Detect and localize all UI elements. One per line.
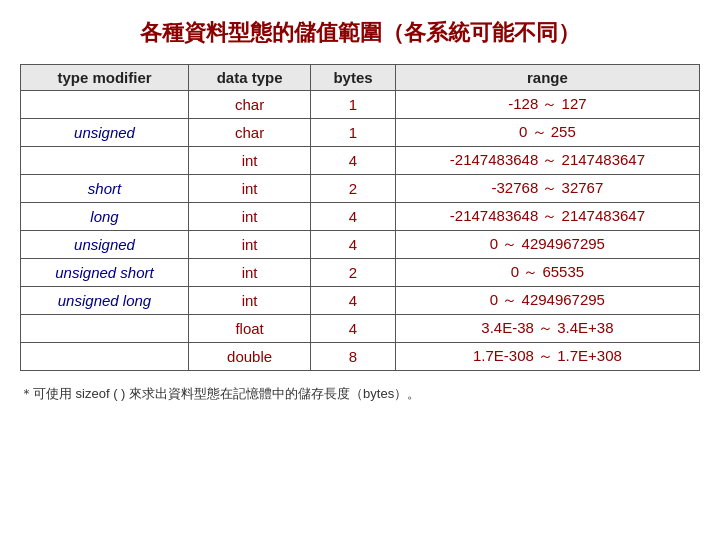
table-row: shortint2-32768 ～ 32767 [21, 175, 700, 203]
footer-note: ＊可使用 sizeof ( ) 來求出資料型態在記憶體中的儲存長度（bytes）… [20, 385, 700, 403]
cell-bytes: 4 [311, 231, 396, 259]
cell-datatype: float [188, 315, 310, 343]
cell-modifier: unsigned short [21, 259, 189, 287]
cell-datatype: int [188, 175, 310, 203]
cell-modifier: short [21, 175, 189, 203]
cell-datatype: char [188, 119, 310, 147]
cell-range: 0 ～ 4294967295 [395, 231, 699, 259]
cell-bytes: 2 [311, 175, 396, 203]
cell-range: -2147483648 ～ 2147483647 [395, 203, 699, 231]
table-row: unsignedint40 ～ 4294967295 [21, 231, 700, 259]
cell-bytes: 8 [311, 343, 396, 371]
cell-range: 0 ～ 255 [395, 119, 699, 147]
col-header-modifier: type modifier [21, 65, 189, 91]
table-row: double81.7E-308 ～ 1.7E+308 [21, 343, 700, 371]
col-header-datatype: data type [188, 65, 310, 91]
data-table: type modifier data type bytes range char… [20, 64, 700, 371]
cell-modifier: long [21, 203, 189, 231]
table-header-row: type modifier data type bytes range [21, 65, 700, 91]
cell-bytes: 2 [311, 259, 396, 287]
table-row: unsigned shortint20 ～ 65535 [21, 259, 700, 287]
col-header-range: range [395, 65, 699, 91]
cell-modifier: unsigned long [21, 287, 189, 315]
table-row: unsigned longint40 ～ 4294967295 [21, 287, 700, 315]
cell-bytes: 1 [311, 119, 396, 147]
cell-modifier [21, 343, 189, 371]
col-header-bytes: bytes [311, 65, 396, 91]
table-row: longint4-2147483648 ～ 2147483647 [21, 203, 700, 231]
cell-datatype: int [188, 287, 310, 315]
cell-range: 0 ～ 65535 [395, 259, 699, 287]
cell-range: 3.4E-38 ～ 3.4E+38 [395, 315, 699, 343]
table-row: unsignedchar10 ～ 255 [21, 119, 700, 147]
cell-range: -32768 ～ 32767 [395, 175, 699, 203]
cell-modifier: unsigned [21, 119, 189, 147]
cell-datatype: int [188, 231, 310, 259]
cell-range: 1.7E-308 ～ 1.7E+308 [395, 343, 699, 371]
table-row: float43.4E-38 ～ 3.4E+38 [21, 315, 700, 343]
cell-datatype: char [188, 91, 310, 119]
cell-bytes: 1 [311, 91, 396, 119]
cell-bytes: 4 [311, 203, 396, 231]
cell-modifier [21, 315, 189, 343]
cell-modifier [21, 91, 189, 119]
cell-datatype: int [188, 203, 310, 231]
cell-range: -2147483648 ～ 2147483647 [395, 147, 699, 175]
cell-datatype: int [188, 147, 310, 175]
page: 各種資料型態的儲值範圍（各系統可能不同） type modifier data … [0, 0, 720, 540]
cell-modifier [21, 147, 189, 175]
page-title: 各種資料型態的儲值範圍（各系統可能不同） [20, 18, 700, 48]
table-row: char1-128 ～ 127 [21, 91, 700, 119]
cell-datatype: int [188, 259, 310, 287]
cell-bytes: 4 [311, 315, 396, 343]
cell-bytes: 4 [311, 287, 396, 315]
table-row: int4-2147483648 ～ 2147483647 [21, 147, 700, 175]
cell-modifier: unsigned [21, 231, 189, 259]
cell-range: 0 ～ 4294967295 [395, 287, 699, 315]
cell-datatype: double [188, 343, 310, 371]
cell-bytes: 4 [311, 147, 396, 175]
cell-range: -128 ～ 127 [395, 91, 699, 119]
